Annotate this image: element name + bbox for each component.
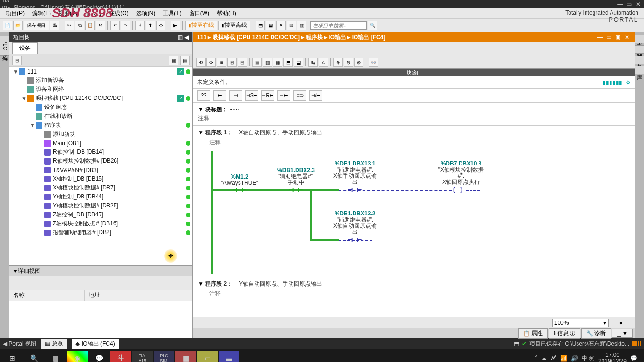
et-glasses-icon[interactable]: 👓 — [369, 58, 378, 67]
maximize-icon[interactable]: ▭ — [626, 1, 633, 8]
menu-tools[interactable]: 工具(T) — [159, 8, 185, 18]
tree-row[interactable]: Main [OB1] — [9, 139, 192, 148]
tree-expand-icon[interactable]: ⊞ — [12, 56, 22, 65]
detail-col-name[interactable]: 名称 — [9, 290, 85, 301]
lad-branch-icon[interactable]: ⊢ — [213, 90, 226, 101]
et-icon-1[interactable]: ⟲ — [196, 58, 206, 67]
lad-contact-icon[interactable]: ⊣⊢ — [277, 90, 290, 101]
et-icon-13[interactable]: ⊕ — [333, 58, 343, 67]
tree-row[interactable]: T&V&P&N# [DB3] — [9, 165, 192, 174]
print-icon[interactable]: 🖶 — [50, 21, 59, 30]
lad-not-icon[interactable]: ⊣/⊢ — [309, 90, 322, 101]
menu-view[interactable]: 视图(V) — [55, 8, 81, 18]
tb-icon-b[interactable]: ⬓ — [266, 21, 275, 30]
lad-nc-contact-icon[interactable]: ⊣R⊢ — [261, 90, 274, 101]
et-icon-10[interactable]: ⬓ — [294, 58, 303, 67]
block-interface-bar[interactable]: 块接口 — [193, 69, 635, 76]
vtab-lib[interactable]: 库 — [635, 66, 644, 74]
system-tray[interactable]: ˄ ☁ 🗲 📶 🔊 中 ㊥ 17:00 2019/12/29 💬 — [530, 352, 642, 362]
et-icon-2[interactable]: ⟳ — [206, 58, 216, 67]
tree-row[interactable]: Y轴控制_DB [DB44] — [9, 192, 192, 201]
network-area[interactable]: ▼ 块标题： ······ 注释 ▼ 程序段 1：X轴自动回原点、手动回原点输出… — [193, 103, 635, 317]
sim-icon[interactable]: ▶ — [171, 21, 180, 30]
menu-window[interactable]: 窗口(W) — [185, 8, 213, 18]
tb-icon-d[interactable]: ⊟ — [287, 21, 296, 30]
app6-icon[interactable]: ▭ — [197, 351, 218, 362]
tree-row[interactable]: ▼吸掉移载 [CPU 1214C DC/DC/DC]✓ — [9, 94, 192, 103]
new-project-icon[interactable]: 📄 — [3, 21, 12, 30]
footer-overview[interactable]: ▦ 总览 — [41, 339, 67, 349]
tab-info[interactable]: ℹ 信息 ⓘ — [549, 328, 580, 339]
et-icon-6[interactable]: ▤ — [252, 58, 262, 67]
cond-bars-icon[interactable]: ▮▮▮▮▮▮ ⚙ — [603, 79, 631, 86]
block-title-arrow[interactable]: ▼ — [198, 106, 204, 113]
tree-row[interactable]: ▼111✓ — [9, 67, 192, 76]
tb-icon-e[interactable]: ▥ — [297, 21, 306, 30]
menu-project[interactable]: 项目(P) — [2, 8, 28, 18]
tree-row[interactable]: R轴控制_DB [DB14] — [9, 148, 192, 156]
detail-col-addr[interactable]: 地址 — [85, 290, 160, 301]
tree-row[interactable]: 在线和诊断 — [9, 112, 192, 121]
tb-icon-a[interactable]: ⬒ — [256, 21, 265, 30]
search-icon[interactable]: 🔍 — [24, 351, 44, 362]
ed-close-icon[interactable]: ✕ — [623, 34, 631, 41]
go-offline-button[interactable]: ▮ 转至离线 — [218, 21, 250, 30]
cut-icon[interactable]: ✂ — [65, 21, 74, 30]
wechat-icon[interactable]: 💬 — [89, 351, 109, 362]
net2-arrow[interactable]: ▼ — [198, 280, 204, 287]
plcsim-icon[interactable]: PLCSIM — [154, 351, 174, 362]
tree-row[interactable]: R轴模块控制数据# [DB26] — [9, 156, 192, 165]
lad-help-icon[interactable]: ?? — [197, 90, 210, 101]
start-icon[interactable]: ⊞ — [2, 351, 23, 362]
tree-tool-a-icon[interactable]: ▦ — [169, 56, 178, 65]
menu-help[interactable]: 帮助(H) — [213, 8, 240, 18]
ed-rest-icon[interactable]: ▣ — [614, 34, 622, 41]
tray-up-icon[interactable]: ˄ — [535, 355, 537, 362]
tray-notify-icon[interactable]: 💬 — [630, 355, 637, 362]
menu-edit[interactable]: 编辑(E) — [28, 8, 55, 18]
search-input[interactable] — [310, 21, 367, 30]
upload-icon[interactable]: ⬆ — [146, 21, 155, 30]
vtab-plc[interactable]: PLC 编程 — [0, 36, 10, 56]
tray-power-icon[interactable]: 🗲 — [551, 355, 556, 362]
redo-icon[interactable]: ↷ — [121, 21, 130, 30]
et-icon-14[interactable]: ⊖ — [344, 58, 353, 67]
tree-row[interactable]: Y轴模块控制数据# [DB25] — [9, 201, 192, 210]
menu-options[interactable]: 选项(N) — [132, 8, 159, 18]
lad-branch2-icon[interactable]: ⊣ — [229, 90, 242, 101]
menu-online[interactable]: 在线(O) — [105, 8, 132, 18]
ladder-net1[interactable]: %M1.2"AlwaysTRUE" ⊣ ⊢ %DB1.DBX2.3"辅助继电器#… — [211, 151, 630, 274]
tree-row[interactable]: ▼程序块 — [9, 121, 192, 130]
undo-icon[interactable]: ↶ — [110, 21, 120, 30]
lad-coil-icon[interactable]: ⊂⊃ — [293, 90, 306, 101]
tree-hdr-icon[interactable]: ▥ — [178, 34, 183, 41]
zoom-select[interactable]: 100%▾ — [552, 319, 609, 327]
tray-sound-icon[interactable]: 🔊 — [571, 355, 578, 362]
download-icon[interactable]: ⬇ — [135, 21, 145, 30]
lad-no-contact-icon[interactable]: ⊣S⊢ — [245, 90, 258, 101]
tree-row[interactable]: 报警辅助继电器# [DB2] — [9, 228, 192, 237]
app1-icon[interactable]: ◉ — [67, 351, 88, 362]
vtab-test[interactable]: 测试 — [635, 45, 644, 54]
minimize-icon[interactable]: — — [616, 1, 624, 8]
tree-row[interactable]: Z轴控制_DB [DB45] — [9, 210, 192, 219]
app3-icon[interactable]: 斗 — [110, 351, 131, 362]
tray-ime[interactable]: 中 ㊥ — [582, 355, 594, 362]
et-icon-11[interactable]: ↹ — [308, 58, 318, 67]
et-icon-15[interactable]: ⊗ — [354, 58, 363, 67]
portal-view-button[interactable]: ◀ Portal 视图 — [3, 340, 36, 348]
tab-diag[interactable]: 🔧 诊断 — [581, 328, 611, 339]
tab-collapse[interactable]: ▁ ▼ — [612, 329, 633, 338]
go-online-button[interactable]: ▮ 转至在线 — [185, 21, 217, 30]
compile-icon[interactable]: ⚙ — [156, 21, 165, 30]
tree-row[interactable]: X轴模块控制数据# [DB7] — [9, 183, 192, 192]
taskview-icon[interactable]: ▤ — [45, 351, 66, 362]
et-icon-9[interactable]: ⬒ — [283, 58, 293, 67]
tree-row[interactable]: 设备和网络 — [9, 85, 192, 94]
et-icon-12[interactable]: ⎌ — [319, 58, 328, 67]
tray-wifi-icon[interactable]: 📶 — [560, 355, 567, 362]
tb-icon-c[interactable]: ✕ — [276, 21, 286, 30]
tree-row[interactable]: 设备组态 — [9, 103, 192, 112]
ed-max-icon[interactable]: ▭ — [605, 34, 612, 41]
tree-tool-b-icon[interactable]: ▤ — [180, 56, 190, 65]
